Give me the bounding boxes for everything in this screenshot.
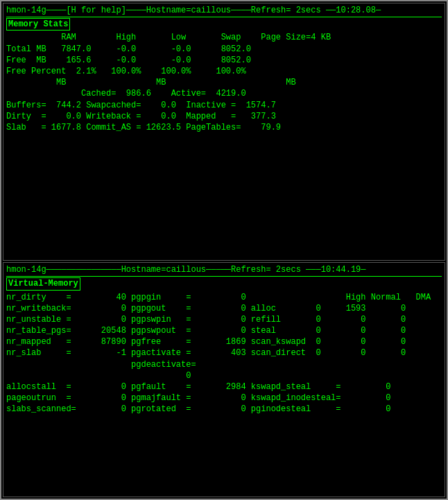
vm-line-8: 0 — [6, 370, 442, 381]
vm-line-7: pgdeactivate= — [6, 359, 442, 370]
vm-line-5: nr_mapped = 87890 pgfree = 1869 scan_ksw… — [6, 336, 442, 347]
top-title-bar: hmon-14g────[H for help]────Hostname=cai… — [6, 5, 442, 17]
mem-line-5: MB MB MB — [6, 77, 442, 88]
mem-line-7: Buffers= 744.2 Swapcached= 0.0 Inactive … — [6, 100, 442, 111]
vm-line-1: nr_dirty = 40 pgpgin = 0 High Normal DMA — [6, 292, 442, 303]
memory-stats-panel: hmon-14g────[H for help]────Hostname=cai… — [3, 3, 445, 261]
mem-line-4: Free Percent 2.1% 100.0% 100.0% 100.0% — [6, 66, 442, 77]
vm-line-4: nr_table_pgs= 20548 pgpswpout = 0 steal … — [6, 325, 442, 336]
vm-line-9: allocstall = 0 pgfault = 2984 kswapd_ste… — [6, 381, 442, 393]
mem-line-9: Slab = 1677.8 Commit_AS = 12623.5 PageTa… — [6, 122, 442, 133]
mem-line-3: Free MB 165.6 -0.0 -0.0 8052.0 — [6, 55, 442, 66]
mem-line-8: Dirty = 0.0 Writeback = 0.0 Mapped = 377… — [6, 111, 442, 122]
memory-stats-header: Memory Stats — [6, 18, 70, 31]
virtual-memory-panel: hmon-14g───────────────Hostname=caillous… — [3, 262, 445, 497]
vm-line-11: slabs_scanned= 0 pgrotated = 0 pginodest… — [6, 404, 442, 415]
vm-line-10: pageoutrun = 0 pgmajfault = 0 kswapd_ino… — [6, 393, 442, 404]
vm-line-2: nr_writeback= 0 pgpgout = 0 alloc 0 1593… — [6, 303, 442, 314]
vm-line-6: nr_slab = -1 pgactivate = 403 scan_direc… — [6, 347, 442, 359]
memory-stats-lines: RAM High Low Swap Page Size=4 KB Total M… — [6, 32, 442, 133]
terminal-window: hmon-14g────[H for help]────Hostname=cai… — [0, 0, 448, 500]
virtual-memory-header: Virtual-Memory — [6, 277, 80, 290]
vm-line-3: nr_unstable = 0 pgpswpin = 0 refill 0 0 … — [6, 314, 442, 325]
bottom-title-bar: hmon-14g───────────────Hostname=caillous… — [6, 264, 442, 277]
mem-line-2: Total MB 7847.0 -0.0 -0.0 8052.0 — [6, 44, 442, 55]
mem-line-1: RAM High Low Swap Page Size=4 KB — [6, 32, 442, 43]
virtual-memory-lines: nr_dirty = 40 pgpgin = 0 High Normal DMA… — [6, 292, 442, 415]
mem-line-6: Cached= 986.6 Active= 4219.0 — [6, 88, 442, 99]
